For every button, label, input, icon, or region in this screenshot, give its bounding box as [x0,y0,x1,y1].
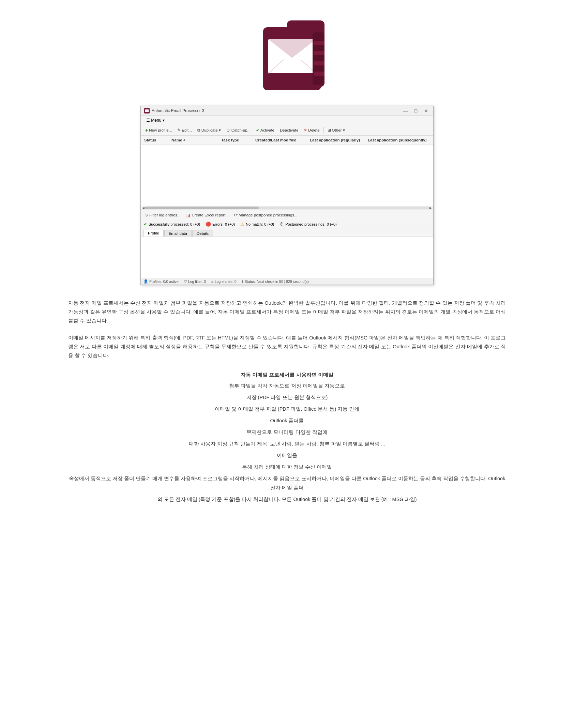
svg-rect-6 [313,32,324,85]
activate-label: Activate [260,128,274,132]
stats-postponed: ⏱ Postponed processings: 0 (+0) [280,222,336,227]
svg-rect-10 [314,72,324,76]
catch-up-label: Catch-up... [231,128,251,132]
log-entries-status: ≡ Log entries: 0 [211,279,237,284]
toolbar: + New profile... ✎ Edit... ⧉ Duplicate ▾… [141,125,433,136]
filter-status-icon: ▽ [184,279,187,284]
list-item-0: 첨부 파일을 각각 자동으로 저장 이메일을 자동으로 [68,381,506,390]
list-item-4: 무제한으로 모니터링 다양한 작업에 [68,428,506,437]
svg-rect-9 [314,61,324,65]
close-button[interactable]: ✕ [422,108,430,113]
list-item-2: 이메일 및 이메일 첨부 파일 (PDF 파일, Office 문서 등) 자동… [68,405,506,413]
clock-icon: ⏱ [280,222,284,227]
filter-log-label: Filter log entries... [149,213,180,217]
new-profile-label: New profile... [149,128,172,132]
header-task-type: Task type [220,137,254,143]
table-area: Status Name ∧ Task type Created/Last mod… [141,136,433,206]
app-logo [243,14,331,95]
delete-label: Delete [308,128,319,132]
success-value: 0 (+0) [190,222,200,226]
errors-label: Errors: [212,222,224,226]
tab-email-data[interactable]: Email data [164,230,192,237]
feature-list: 첨부 파일을 각각 자동으로 저장 이메일을 자동으로 저장 (PDF 파일 또… [68,381,506,504]
delete-icon: ✕ [304,128,307,133]
entries-icon: ≡ [211,279,213,284]
menu-item-menu[interactable]: ☰ Menu ▾ [144,117,167,123]
scrollbar-thumb[interactable] [145,207,259,209]
deactivate-button[interactable]: Deactivate [277,127,301,133]
delete-button[interactable]: ✕ Delete [301,127,322,134]
profiles-status: 👤 Profiles: 0/0 active [144,279,179,284]
excel-report-button[interactable]: 📊 Create Excel report... [183,212,231,218]
log-body [141,237,433,278]
menu-bar: ☰ Menu ▾ [141,116,433,125]
stats-success: ✔ Successfully processed: 0 (+0) [144,222,200,227]
duplicate-button[interactable]: ⧉ Duplicate ▾ [195,127,223,134]
activate-button[interactable]: ✔ Activate [254,127,277,134]
status-text: Status: Next check in 50 | 829 second(s) [245,279,309,284]
app-icon [144,108,150,113]
bottom-toolbar: ▽ Filter log entries... 📊 Create Excel r… [141,210,433,220]
postponed-icon: ⟳ [234,213,238,217]
header-name[interactable]: Name ∧ [170,137,220,143]
manage-postponed-label: Manage postponed processings... [239,213,298,217]
section-title: 자동 이메일 프로세서를 사용하면 이메일 [68,370,506,379]
horizontal-scrollbar[interactable]: ◀ ▶ [141,206,433,210]
new-profile-button[interactable]: + New profile... [143,126,174,134]
other-icon: ⊞ [328,128,331,133]
excel-report-label: Create Excel report... [192,213,229,217]
filter-log-button[interactable]: ▽ Filter log entries... [143,212,183,218]
activate-icon: ✔ [256,128,259,133]
sort-icon: ∧ [183,138,185,142]
maximize-button[interactable]: □ [412,108,420,113]
logo-area [0,0,574,106]
filter-icon: ▽ [145,213,148,217]
stats-errors: 🔴 Errors: 0 (+0) [206,222,235,227]
scroll-right-arrow[interactable]: ▶ [429,206,433,210]
catch-up-button[interactable]: ⏱ Catch-up... [224,127,253,133]
list-item-6: 이메일을 [68,451,506,460]
profiles-text: Profiles: 0/0 active [149,279,179,284]
duplicate-icon: ⧉ [197,128,200,133]
title-bar: Automatic Email Processor 3 — □ ✕ [141,106,433,116]
header-last-regular: Last application (regularly) [308,137,366,143]
no-match-value: 0 (+0) [264,222,274,226]
error-icon: 🔴 [206,222,211,227]
success-icon: ✔ [144,222,147,227]
minimize-button[interactable]: — [402,108,409,113]
svg-rect-8 [314,51,324,55]
postponed-value: 0 (+0) [327,222,337,226]
duplicate-label: Duplicate ▾ [201,128,221,133]
log-tabs: Profile Email data Details [141,228,433,237]
scrollbar-track[interactable] [145,207,429,209]
success-label: Successfully processed: [149,222,189,226]
edit-button[interactable]: ✎ Edit... [175,127,194,134]
list-item-9: 의 모든 전자 메일 (특정 기준 포함)을 다시 처리합니다. 모든 Outl… [68,495,506,504]
tab-details[interactable]: Details [192,230,213,237]
stats-no-match: ⚠ No match: 0 (+0) [240,222,274,227]
title-bar-left: Automatic Email Processor 3 [144,108,204,113]
para1: 자동 전자 메일 프로세서는 수신 전자 메일과 첨부 파일을 자동으로 저장하… [68,299,506,325]
next-check-status: ℹ Status: Next check in 50 | 829 second(… [242,279,309,284]
other-button[interactable]: ⊞ Other ▾ [325,127,347,134]
window-title: Automatic Email Processor 3 [152,108,204,113]
status-icon: ℹ [242,279,243,284]
header-status: Status [143,137,170,143]
scroll-left-arrow[interactable]: ◀ [141,206,145,210]
tab-profile[interactable]: Profile [144,230,164,237]
log-filter-status: ▽ Log filter: 0 [184,279,206,284]
table-body [141,145,433,206]
list-item-7: 통해 처리 상태에 대한 정보 수신 이메일 [68,462,506,471]
edit-icon: ✎ [177,128,181,133]
no-match-label: No match: [246,222,263,226]
warning-icon: ⚠ [240,222,244,227]
excel-icon: 📊 [186,213,191,217]
other-label: Other ▾ [332,128,345,133]
status-bar: 👤 Profiles: 0/0 active ▽ Log filter: 0 ≡… [141,278,433,285]
list-item-5: 대한 사용자 지정 규칙 만들기 제목, 보낸 사람, 받는 사람, 첨부 파일… [68,439,506,448]
errors-value: 0 (+0) [225,222,235,226]
edit-label: Edit... [182,128,192,132]
manage-postponed-button[interactable]: ⟳ Manage postponed processings... [232,212,300,218]
list-item-1: 저장 (PDF 파일 또는 원본 형식으로) [68,393,506,402]
content-area: 자동 전자 메일 프로세서는 수신 전자 메일과 첨부 파일을 자동으로 저장하… [0,285,574,520]
